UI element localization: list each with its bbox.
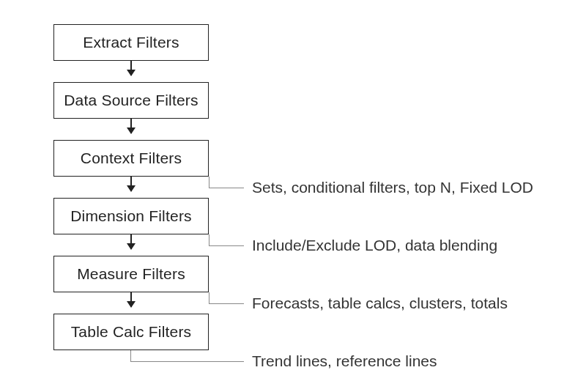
connector-line xyxy=(209,234,209,245)
arrow-icon xyxy=(130,234,132,249)
arrow-icon xyxy=(130,292,132,307)
connector-line xyxy=(209,188,244,188)
arrow-icon xyxy=(130,177,132,191)
annotation-trend-lines: Trend lines, reference lines xyxy=(252,352,437,370)
arrow-icon xyxy=(130,61,132,75)
connector-line xyxy=(209,245,244,246)
box-label: Dimension Filters xyxy=(70,207,192,225)
box-context-filters: Context Filters xyxy=(53,140,209,177)
box-label: Context Filters xyxy=(81,149,182,167)
connector-line xyxy=(209,303,244,304)
connector-line xyxy=(209,292,209,303)
connector-line xyxy=(130,361,244,362)
annotation-forecasts: Forecasts, table calcs, clusters, totals xyxy=(252,295,508,312)
box-table-calc-filters: Table Calc Filters xyxy=(53,314,209,350)
arrow-icon xyxy=(130,119,132,133)
box-measure-filters: Measure Filters xyxy=(53,256,209,292)
box-dimension-filters: Dimension Filters xyxy=(53,198,209,234)
box-label: Table Calc Filters xyxy=(71,323,192,341)
box-extract-filters: Extract Filters xyxy=(53,24,209,61)
annotation-sets: Sets, conditional filters, top N, Fixed … xyxy=(252,179,533,196)
box-data-source-filters: Data Source Filters xyxy=(53,82,209,119)
filter-order-diagram: Extract Filters Data Source Filters Cont… xyxy=(0,0,586,392)
connector-line xyxy=(130,350,131,361)
box-label: Extract Filters xyxy=(83,34,179,51)
connector-line xyxy=(209,177,209,188)
box-label: Data Source Filters xyxy=(64,92,199,109)
annotation-include-exclude: Include/Exclude LOD, data blending xyxy=(252,237,497,254)
box-label: Measure Filters xyxy=(77,265,185,283)
